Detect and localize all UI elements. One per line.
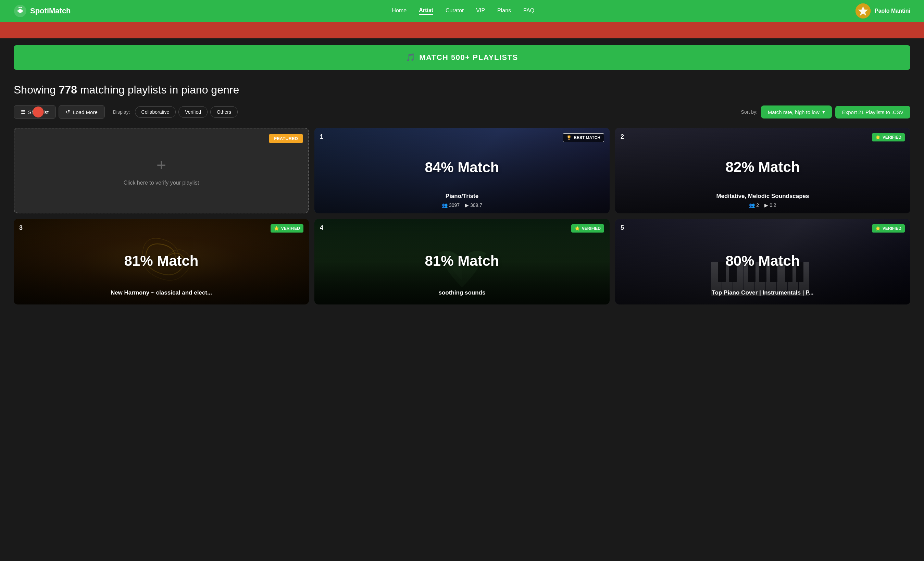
card-content-4: 4 ⭐ VERIFIED 81% Match soothing sounds bbox=[314, 219, 610, 304]
card-bottom-1: Piano/Triste 👥 3097 ▶ 309.7 bbox=[320, 193, 604, 208]
featured-card[interactable]: FEATURED + Click here to verify your pla… bbox=[14, 128, 309, 213]
match-percent-2: 82% Match bbox=[621, 159, 905, 176]
play-icon-2: ▶ bbox=[764, 202, 768, 208]
page-title-area: Showing 778 matching playlists in piano … bbox=[0, 77, 924, 100]
chevron-down-icon: ▾ bbox=[822, 109, 825, 115]
page-title-middle: matching playlists bbox=[77, 84, 166, 96]
nav-faq[interactable]: FAQ bbox=[523, 8, 534, 14]
followers-count-2: 2 bbox=[756, 202, 759, 208]
card-top-1: 1 🏆 BEST MATCH bbox=[320, 133, 604, 142]
header: SpotiMatch Home Artist Curator VIP Plans… bbox=[0, 0, 924, 22]
export-button[interactable]: Export 21 Playlists to .CSV bbox=[835, 106, 910, 118]
featured-badge: FEATURED bbox=[269, 134, 303, 143]
card-number-4: 4 bbox=[320, 224, 323, 231]
sort-section: Sort by: Match rate, high to low ▾ Expor… bbox=[741, 105, 910, 118]
verified-label-5: VERIFIED bbox=[882, 226, 902, 231]
followers-icon-2: 👥 bbox=[749, 202, 755, 208]
streams-stat-1: ▶ 309.7 bbox=[465, 202, 482, 208]
page-title-count: 778 bbox=[59, 84, 77, 96]
verified-badge-3: ⭐ VERIFIED bbox=[270, 224, 303, 232]
star-icon-2: ⭐ bbox=[875, 135, 880, 140]
card-top-2: 2 ⭐ VERIFIED bbox=[621, 133, 905, 141]
playlist-stats-2: 👥 2 ▶ 0.2 bbox=[621, 202, 905, 208]
card-content-2: 2 ⭐ VERIFIED 82% Match Meditative, Melod… bbox=[615, 128, 910, 213]
card-content-5: 5 ⭐ VERIFIED 80% Match Top Piano Cover |… bbox=[615, 219, 910, 304]
streams-stat-2: ▶ 0.2 bbox=[764, 202, 776, 208]
nav-plans[interactable]: Plans bbox=[497, 8, 511, 14]
card-top-3: 3 ⭐ VERIFIED bbox=[19, 224, 303, 232]
followers-stat-1: 👥 3097 bbox=[442, 202, 460, 208]
logo-area: SpotiMatch bbox=[14, 4, 71, 18]
verified-badge-5: ⭐ VERIFIED bbox=[872, 224, 905, 232]
card-middle-3: 81% Match bbox=[19, 253, 303, 269]
add-playlist-icon: + bbox=[156, 156, 166, 174]
list-icon: ☰ bbox=[21, 109, 26, 115]
nav-curator[interactable]: Curator bbox=[446, 8, 464, 14]
logo-icon bbox=[14, 4, 27, 18]
load-more-button[interactable]: ↺ Load More bbox=[58, 105, 105, 119]
playlist-card-2[interactable]: 2 ⭐ VERIFIED 82% Match Meditative, Melod… bbox=[615, 128, 910, 213]
playlist-stats-1: 👥 3097 ▶ 309.7 bbox=[320, 202, 604, 208]
followers-icon-1: 👥 bbox=[442, 202, 448, 208]
playlist-name-2: Meditative, Melodic Soundscapes bbox=[621, 193, 905, 200]
card-content-1: 1 🏆 BEST MATCH 84% Match Piano/Triste 👥 … bbox=[314, 128, 610, 213]
best-match-badge-1: 🏆 BEST MATCH bbox=[563, 133, 604, 142]
match-banner-text: MATCH 500+ PLAYLISTS bbox=[419, 53, 518, 62]
filter-collaborative[interactable]: Collaborative bbox=[135, 106, 176, 118]
playlist-name-4: soothing sounds bbox=[320, 290, 604, 296]
verified-label-2: VERIFIED bbox=[882, 135, 902, 140]
match-banner[interactable]: 🎵 MATCH 500+ PLAYLISTS bbox=[14, 45, 910, 70]
show-list-button[interactable]: ☰ Show list bbox=[14, 105, 56, 119]
verified-label-4: VERIFIED bbox=[582, 226, 601, 231]
card-middle-1: 84% Match bbox=[320, 159, 604, 176]
card-bottom-5: Top Piano Cover | Instrumentals | P... bbox=[621, 290, 905, 299]
user-name-label: Paolo Mantini bbox=[874, 8, 910, 14]
controls-left: ☰ Show list ↺ Load More bbox=[14, 105, 105, 119]
display-label: Display: bbox=[113, 109, 130, 115]
card-middle-2: 82% Match bbox=[621, 159, 905, 176]
card-middle-4: 81% Match bbox=[320, 253, 604, 269]
card-bottom-3: New Harmony ~ classical and elect... bbox=[19, 290, 303, 299]
card-number-3: 3 bbox=[19, 224, 22, 231]
page-title: Showing 778 matching playlists in piano … bbox=[14, 84, 910, 96]
card-number-1: 1 bbox=[320, 133, 323, 140]
trophy-icon: 🏆 bbox=[567, 135, 572, 140]
avatar[interactable] bbox=[855, 3, 871, 18]
nav-vip[interactable]: VIP bbox=[476, 8, 485, 14]
star-icon-4: ⭐ bbox=[574, 226, 580, 231]
sort-value-label: Match rate, high to low bbox=[768, 109, 819, 115]
playlist-card-5[interactable]: 5 ⭐ VERIFIED 80% Match Top Piano Cover |… bbox=[615, 219, 910, 304]
match-percent-5: 80% Match bbox=[621, 253, 905, 269]
card-bottom-2: Meditative, Melodic Soundscapes 👥 2 ▶ 0.… bbox=[621, 193, 905, 208]
svg-point-1 bbox=[18, 9, 22, 13]
star-icon-3: ⭐ bbox=[274, 226, 279, 231]
verified-badge-2: ⭐ VERIFIED bbox=[872, 133, 905, 141]
playlist-card-4[interactable]: 4 ⭐ VERIFIED 81% Match soothing sounds bbox=[314, 219, 610, 304]
nav-home[interactable]: Home bbox=[392, 8, 406, 14]
star-icon-5: ⭐ bbox=[875, 226, 880, 231]
card-number-2: 2 bbox=[621, 133, 624, 140]
streams-count-2: 0.2 bbox=[770, 202, 776, 208]
main-nav: Home Artist Curator VIP Plans FAQ bbox=[392, 7, 534, 15]
logo-text: SpotiMatch bbox=[30, 6, 71, 15]
filter-verified[interactable]: Verified bbox=[178, 106, 207, 118]
page-title-suffix: in piano genre bbox=[166, 84, 239, 96]
nav-artist[interactable]: Artist bbox=[419, 7, 433, 15]
show-list-label: Show list bbox=[28, 109, 49, 115]
filter-others[interactable]: Others bbox=[210, 106, 238, 118]
card-top-4: 4 ⭐ VERIFIED bbox=[320, 224, 604, 232]
controls-row: ☰ Show list ↺ Load More Display: Collabo… bbox=[0, 100, 924, 124]
playlist-card-1[interactable]: 1 🏆 BEST MATCH 84% Match Piano/Triste 👥 … bbox=[314, 128, 610, 213]
card-bottom-4: soothing sounds bbox=[320, 290, 604, 299]
match-percent-4: 81% Match bbox=[320, 253, 604, 269]
verified-label-3: VERIFIED bbox=[281, 226, 300, 231]
playlist-card-3[interactable]: 3 ⭐ VERIFIED 81% Match New Harmony ~ cla… bbox=[14, 219, 309, 304]
playlist-name-3: New Harmony ~ classical and elect... bbox=[19, 290, 303, 296]
sort-button[interactable]: Match rate, high to low ▾ bbox=[761, 105, 832, 118]
user-area: Paolo Mantini bbox=[855, 3, 910, 18]
playlist-name-1: Piano/Triste bbox=[320, 193, 604, 200]
load-more-label: Load More bbox=[73, 109, 98, 115]
card-top-5: 5 ⭐ VERIFIED bbox=[621, 224, 905, 232]
card-content-3: 3 ⭐ VERIFIED 81% Match New Harmony ~ cla… bbox=[14, 219, 309, 304]
match-percent-3: 81% Match bbox=[19, 253, 303, 269]
